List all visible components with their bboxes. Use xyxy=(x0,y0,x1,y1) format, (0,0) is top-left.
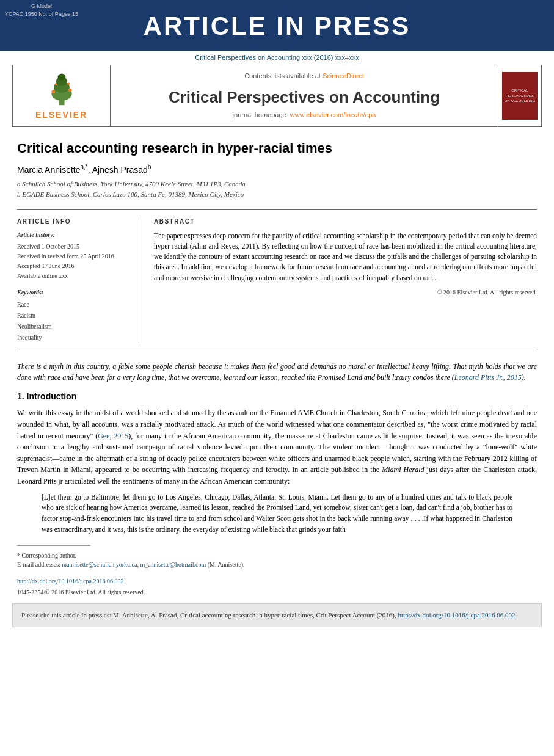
received-date: Received 1 October 2015 xyxy=(17,242,129,252)
homepage-link[interactable]: www.elsevier.com/locate/cpa xyxy=(290,111,376,118)
corresponding-author: * Corresponding author. xyxy=(17,551,537,560)
section1-para1: We write this essay in the midst of a wo… xyxy=(17,407,537,487)
copyright-line: © 2016 Elsevier Ltd. All rights reserved… xyxy=(154,288,537,297)
journal-title-center: Critical Perspectives on Accounting xyxy=(169,86,440,108)
keyword-race: Race xyxy=(17,299,129,310)
elsevier-text: ELSEVIER xyxy=(35,109,87,122)
email-addresses: E-mail addresses: mannisette@schulich.yo… xyxy=(17,560,537,569)
doi-footer: http://dx.doi.org/10.1016/j.cpa.2016.06.… xyxy=(17,575,537,597)
online-date: Available online xxx xyxy=(17,271,129,281)
elsevier-tree-icon xyxy=(37,70,86,107)
article-info-column: ARTICLE INFO Article history: Received 1… xyxy=(17,217,139,343)
svg-point-6 xyxy=(68,89,72,92)
sciencedirect-link[interactable]: ScienceDirect xyxy=(323,72,364,79)
citation-box: Please cite this article in press as: M.… xyxy=(12,603,542,627)
journal-center: Contents lists available at ScienceDirec… xyxy=(111,65,498,126)
elsevier-logo: ELSEVIER xyxy=(35,70,87,122)
article-info-title: ARTICLE INFO xyxy=(17,217,129,226)
intro-quote: There is a myth in this country, a fable… xyxy=(17,361,537,383)
journal-homepage: journal homepage: www.elsevier.com/locat… xyxy=(233,111,376,120)
email2-link[interactable]: m_annisette@hotmail.com xyxy=(140,561,206,568)
body-section: There is a myth in this country, a fable… xyxy=(17,361,537,536)
email-sep: , xyxy=(137,561,139,568)
intro-quote-end: ). xyxy=(522,373,526,382)
citation-text: Please cite this article in press as: M.… xyxy=(21,611,396,619)
journal-cover-image: CRITICAL PERSPECTIVES ON ACCOUNTING xyxy=(502,72,538,120)
article-section: Critical accounting research in hyper-ra… xyxy=(17,139,537,351)
svg-point-7 xyxy=(54,83,57,85)
contents-line: Contents lists available at ScienceDirec… xyxy=(244,71,364,81)
abstract-text: The paper expresses deep concern for the… xyxy=(154,231,537,283)
abstract-column: ABSTRACT The paper expresses deep concer… xyxy=(151,217,537,343)
email1-link[interactable]: mannisette@schulich.yorku.ca xyxy=(62,561,137,568)
revised-date: Received in revised form 25 April 2016 xyxy=(17,252,129,261)
section1-heading: 1. Introduction xyxy=(17,391,537,403)
article-history-label: Article history: xyxy=(17,231,129,239)
article-dates: Received 1 October 2015 Received in revi… xyxy=(17,242,129,281)
keyword-racism: Racism xyxy=(17,310,129,321)
g-model-line: G Model YCPAC 1950 No. of Pages 15 xyxy=(5,2,78,18)
block-quote: [L]et them go to Baltimore, let them go … xyxy=(42,492,512,536)
citation-link[interactable]: http://dx.doi.org/10.1016/j.cpa.2016.06.… xyxy=(398,611,516,619)
affiliation-b: b EGADE Business School, Carlos Lazo 100… xyxy=(17,190,537,199)
doi-footer-link[interactable]: http://dx.doi.org/10.1016/j.cpa.2016.06.… xyxy=(17,578,124,584)
author-b-sup: b xyxy=(148,164,151,170)
email-suffix: (M. Annisette). xyxy=(208,561,245,568)
author-a-sup: a,* xyxy=(81,164,88,170)
abstract-title: ABSTRACT xyxy=(154,217,537,226)
keyword-inequality: Inequality xyxy=(17,332,129,343)
keywords-list: Race Racism Neoliberalism Inequality xyxy=(17,299,129,343)
svg-point-8 xyxy=(67,82,70,85)
author-sep: , Ajnesh Prasad xyxy=(88,164,148,174)
svg-point-4 xyxy=(57,74,65,81)
footnote-section: * Corresponding author. E-mail addresses… xyxy=(17,551,537,569)
article-title: Critical accounting research in hyper-ra… xyxy=(17,139,537,158)
accepted-date: Accepted 17 June 2016 xyxy=(17,261,129,271)
footnote-divider xyxy=(17,545,90,546)
page: G Model YCPAC 1950 No. of Pages 15 ARTIC… xyxy=(0,0,554,627)
miami-herald-italic: Miami Herald xyxy=(382,465,424,474)
journal-header: ELSEVIER Contents lists available at Sci… xyxy=(12,65,542,127)
author-a-name: Marcia Annisette xyxy=(17,164,81,174)
email-label: E-mail addresses: xyxy=(17,561,60,568)
pitts-link[interactable]: Leonard Pitts Jr., 2015 xyxy=(454,373,522,382)
keyword-neoliberalism: Neoliberalism xyxy=(17,321,129,332)
authors-line: Marcia Annisettea,*, Ajnesh Prasadb xyxy=(17,163,537,176)
article-in-press-text: ARTICLE IN PRESS xyxy=(0,9,554,45)
gee-2015-link[interactable]: Gee, 2015 xyxy=(98,432,128,440)
article-info-abstract: ARTICLE INFO Article history: Received 1… xyxy=(17,209,537,351)
journal-left: ELSEVIER xyxy=(13,65,111,126)
top-doi-link[interactable]: Critical Perspectives on Accounting xxx … xyxy=(0,51,554,65)
doi-footer-text: 1045-2354/© 2016 Elsevier Ltd. All right… xyxy=(17,589,145,595)
affiliation-a: a Schulich School of Business, York Univ… xyxy=(17,180,537,189)
journal-right: CRITICAL PERSPECTIVES ON ACCOUNTING xyxy=(498,65,541,126)
keywords-label: Keywords: xyxy=(17,288,129,297)
article-in-press-banner: G Model YCPAC 1950 No. of Pages 15 ARTIC… xyxy=(0,0,554,51)
svg-point-5 xyxy=(51,90,55,93)
doi-top-anchor[interactable]: Critical Perspectives on Accounting xxx … xyxy=(195,54,359,61)
